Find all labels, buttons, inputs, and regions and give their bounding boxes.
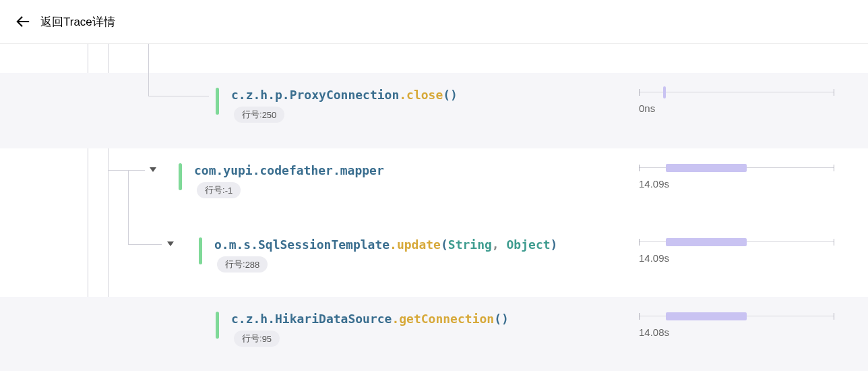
span-color-mark [216,88,219,115]
timing-cell: 14.08s [639,312,834,338]
duration-bar [666,164,747,172]
span-signature: c.z.h.p.ProxyConnection.close() [231,88,458,102]
span-color-mark [216,312,219,339]
duration-bar [666,238,747,246]
back-arrow-icon[interactable] [13,12,32,31]
tree-connector [148,44,149,96]
line-number-badge: 行号: 250 [234,107,284,123]
span-color-mark [179,163,182,190]
span-row[interactable]: com.yupi.codefather.mapper 行号: -1 14.09s [0,148,868,223]
duration-label: 0ns [639,103,834,114]
tree-connector [128,244,162,245]
expand-toggle-icon[interactable] [150,167,156,172]
span-signature: c.z.h.HikariDataSource.getConnection() [231,312,509,326]
tree-connector [108,170,145,171]
line-number-badge: 行号: -1 [197,182,241,198]
duration-marker [663,86,666,98]
duration-label: 14.09s [639,178,834,190]
duration-label: 14.08s [639,326,834,338]
timing-cell: 14.09s [639,163,834,190]
span-color-mark [199,237,202,264]
line-number-badge: 行号: 288 [217,256,268,273]
timing-cell: 0ns [639,88,834,114]
trace-body: c.z.h.p.ProxyConnection.close() 行号: 250 … [0,44,868,371]
span-signature: o.m.s.SqlSessionTemplate.update(String, … [214,237,557,252]
page-title[interactable]: 返回Trace详情 [40,14,115,30]
duration-bar [666,312,747,320]
duration-label: 14.09s [639,252,834,264]
tree-connector [148,96,209,96]
line-number-badge: 行号: 95 [234,331,280,347]
span-row[interactable]: c.z.h.p.ProxyConnection.close() 行号: 250 … [0,73,868,148]
expand-toggle-icon[interactable] [167,241,174,246]
span-row[interactable]: o.m.s.SqlSessionTemplate.update(String, … [0,223,868,297]
span-row[interactable]: c.z.h.HikariDataSource.getConnection() 行… [0,297,868,371]
timing-cell: 14.09s [639,237,834,264]
header: 返回Trace详情 [0,0,868,44]
span-signature: com.yupi.codefather.mapper [194,163,384,177]
